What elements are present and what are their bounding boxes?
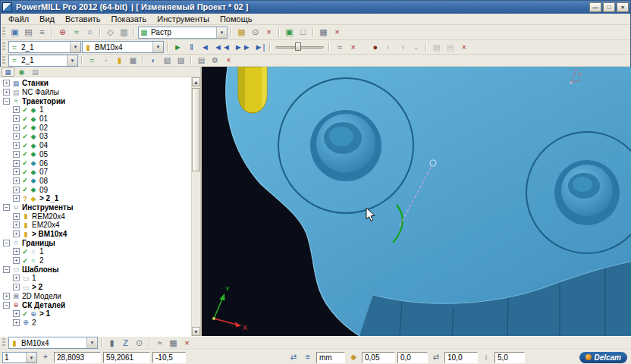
shade-icon[interactable]: ◐: [147, 55, 160, 65]
expand-icon[interactable]: +: [13, 124, 20, 131]
sim-tool-combo[interactable]: ▮BM10x4▼: [82, 41, 164, 53]
block-mode-combo-dropdown-icon[interactable]: ▼: [216, 27, 227, 38]
status-combo[interactable]: 1▼: [2, 352, 37, 363]
tool-z-height-icon[interactable]: Z: [119, 337, 132, 349]
close-raster-toolbar-icon[interactable]: ×: [262, 27, 275, 38]
sim-step-back-icon[interactable]: ◄: [199, 42, 212, 53]
draw-block-icon[interactable]: ▦: [127, 55, 140, 65]
explorer-tab-html[interactable]: ▤: [29, 67, 42, 77]
close-main-toolbar-icon[interactable]: ×: [331, 27, 344, 38]
close-viewmill-toolbar-icon[interactable]: ×: [222, 55, 235, 65]
toolbar-grip[interactable]: [2, 27, 5, 37]
expand-icon[interactable]: +: [13, 310, 20, 317]
expand-icon[interactable]: +: [13, 275, 20, 281]
stepover-icon[interactable]: ⇄: [430, 352, 442, 362]
plugin-icon[interactable]: ⊙: [249, 27, 262, 38]
menu-view[interactable]: Вид: [34, 14, 60, 24]
tree-item-toolpath-08[interactable]: +✓◆08: [0, 177, 191, 186]
boundary-create-icon[interactable]: ○: [83, 27, 96, 38]
viewmill-exit-icon[interactable]: □: [297, 27, 309, 38]
menu-tools[interactable]: Инструменты: [152, 14, 215, 24]
tree-item-workplane-2[interactable]: +⊕2: [0, 318, 191, 328]
tree-item-toolpath-02[interactable]: +✓◆02: [0, 123, 191, 132]
explorer-tab-explorer[interactable]: ▦: [2, 67, 14, 77]
block-mode-combo[interactable]: ▦Растр▼: [138, 27, 228, 39]
calculator-icon[interactable]: ▦: [235, 27, 248, 38]
levels-icon[interactable]: ▥: [118, 27, 130, 38]
collision-check-icon[interactable]: ●: [369, 42, 381, 53]
sim-to-end-icon[interactable]: ►|: [253, 42, 267, 53]
tool-wireframe-icon[interactable]: ≈: [153, 337, 166, 349]
menu-display[interactable]: Показать: [106, 14, 152, 24]
expand-icon[interactable]: +: [13, 142, 20, 149]
sim-toolpath-combo-dropdown-icon[interactable]: ▼: [70, 42, 80, 52]
expand-icon[interactable]: +: [13, 221, 20, 228]
scroll-down-icon[interactable]: ▼: [192, 327, 200, 336]
menu-file[interactable]: Файл: [3, 14, 34, 24]
tree-item-toolpath-05[interactable]: +✓◆05: [0, 150, 191, 159]
tree-item-machines[interactable]: +▦Станки: [0, 79, 191, 88]
collapse-icon[interactable]: −: [3, 240, 10, 246]
titlebar[interactable]: PowerMILL Pro 2012 (64-bit) | [ Изменяем…: [0, 0, 631, 14]
viewport-3d[interactable]: Y X Y: [202, 67, 631, 336]
feature-set-icon[interactable]: ◇: [104, 27, 117, 38]
scroll-up-icon[interactable]: ▲: [192, 77, 200, 86]
collapse-icon[interactable]: −: [3, 266, 10, 273]
tool-holder-icon[interactable]: ◑: [396, 42, 409, 53]
expand-icon[interactable]: +: [13, 284, 20, 290]
viewmill-target-combo[interactable]: ≈2_1▼: [8, 55, 78, 67]
sim-pause-icon[interactable]: ‖: [185, 42, 198, 53]
explorer-tab-vcr[interactable]: ◉: [15, 67, 28, 77]
draw-toolpath-icon[interactable]: ≈: [86, 55, 99, 65]
sim-mode-icon[interactable]: ≈: [333, 42, 346, 53]
sim-toolpath-combo[interactable]: ≈2_1▼: [8, 41, 81, 53]
tree-item-boundary-2[interactable]: +✓○2: [0, 256, 191, 265]
sim-play-icon[interactable]: ►: [171, 42, 184, 53]
tool-solid-icon[interactable]: ◐: [382, 42, 395, 53]
expand-icon[interactable]: +: [3, 89, 10, 96]
expand-icon[interactable]: +: [3, 293, 10, 300]
wireframe-icon[interactable]: ▧: [161, 55, 174, 65]
toolbars-icon[interactable]: ▤: [22, 27, 35, 38]
collapse-icon[interactable]: −: [3, 204, 10, 211]
tree-item-pattern-1[interactable]: +▭1: [0, 274, 191, 283]
expand-icon[interactable]: +: [13, 187, 20, 193]
tree-item-toolpath-06[interactable]: +✓◆06: [0, 158, 191, 168]
tree-item-boundary-1[interactable]: +✓○1: [0, 247, 191, 256]
toolbar-grip[interactable]: [2, 338, 5, 347]
tree-item-workplanes[interactable]: −⊕СК Деталей: [0, 300, 191, 309]
expand-icon[interactable]: +: [13, 257, 20, 264]
sim-speed-slider[interactable]: [275, 42, 324, 52]
machine-tool-icon[interactable]: ▦: [430, 42, 443, 53]
workplane-create-icon[interactable]: ⊕: [56, 27, 69, 38]
tree-item-tool-rem20x4[interactable]: +▮REM20x4: [0, 212, 191, 221]
tool-block-icon[interactable]: ▦: [167, 337, 180, 349]
menu-help[interactable]: Помощь: [215, 14, 258, 24]
tool-settings-icon[interactable]: ▮: [105, 337, 118, 349]
tree-item-toolpath-04[interactable]: +✓◆04: [0, 141, 191, 150]
active-tool-combo-dropdown-icon[interactable]: ▼: [86, 337, 97, 348]
sim-fast-forward-icon[interactable]: ►►: [233, 42, 253, 53]
collapse-icon[interactable]: −: [3, 302, 10, 309]
tree-item-toolpaths[interactable]: −≈Траектории: [0, 96, 191, 105]
tree-item-nc-files[interactable]: +▤NC Файлы: [0, 88, 191, 97]
expand-icon[interactable]: +: [13, 115, 20, 122]
tolerance-icon[interactable]: ◆: [347, 352, 359, 362]
active-window-icon[interactable]: ▣: [8, 27, 21, 38]
sim-rewind-icon[interactable]: ◄◄: [212, 42, 232, 53]
expand-icon[interactable]: +: [13, 106, 20, 113]
close-button[interactable]: ×: [617, 2, 629, 12]
plunge-moves-icon[interactable]: ≡: [302, 352, 314, 362]
expand-icon[interactable]: +: [13, 195, 20, 202]
expand-icon[interactable]: +: [3, 80, 10, 86]
toolbar-grip[interactable]: [2, 42, 5, 52]
stepdown-icon[interactable]: ↕: [480, 352, 492, 362]
settings-icon[interactable]: ⚙: [209, 55, 221, 65]
sim-speed-slider-thumb[interactable]: [295, 42, 301, 51]
explorer-scrollbar[interactable]: ▲ ▼: [191, 77, 200, 336]
tree-item-tools[interactable]: −∪Инструменты: [0, 203, 191, 212]
menu-insert[interactable]: Вставить: [60, 14, 106, 24]
viewmill-icon[interactable]: ▣: [283, 27, 296, 38]
active-tool-combo[interactable]: ▮BM10x4▼: [8, 337, 98, 349]
tree-item-models-2d[interactable]: +▣2D Модели: [0, 292, 191, 301]
